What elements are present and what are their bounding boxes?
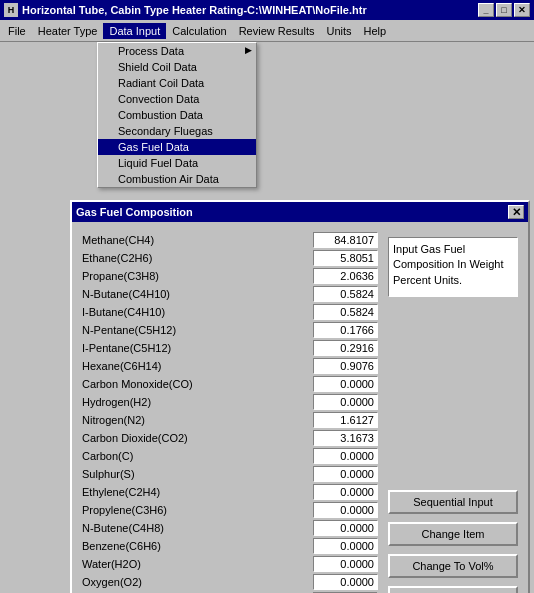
table-row: Carbon(C) 0.0000 <box>82 448 378 464</box>
field-label-sulphur: Sulphur(S) <box>82 468 313 480</box>
info-text: Input Gas Fuel Composition In Weight Per… <box>393 243 503 286</box>
field-value-propylene[interactable]: 0.0000 <box>313 502 378 518</box>
table-row: Propylene(C3H6) 0.0000 <box>82 502 378 518</box>
field-label-npentane: N-Pentane(C5H12) <box>82 324 313 336</box>
table-row: Oxygen(O2) 0.0000 <box>82 574 378 590</box>
okay-button[interactable]: Okay <box>388 586 518 593</box>
minimize-button[interactable]: _ <box>478 3 494 17</box>
field-label-co2: Carbon Dioxide(CO2) <box>82 432 313 444</box>
table-row: Nitrogen(N2) 1.6127 <box>82 412 378 428</box>
data-input-dropdown: Process Data Shield Coil Data Radiant Co… <box>97 42 257 188</box>
table-row: Hexane(C6H14) 0.9076 <box>82 358 378 374</box>
field-label-oxygen: Oxygen(O2) <box>82 576 313 588</box>
table-row: Carbon Monoxide(CO) 0.0000 <box>82 376 378 392</box>
field-value-ethylene[interactable]: 0.0000 <box>313 484 378 500</box>
field-label-ipentane: I-Pentane(C5H12) <box>82 342 313 354</box>
gas-fuel-composition-dialog: Gas Fuel Composition ✕ Methane(CH4) 84.8… <box>70 200 530 593</box>
field-label-carbon: Carbon(C) <box>82 450 313 462</box>
menu-units[interactable]: Units <box>320 23 357 39</box>
dialog-close-button[interactable]: ✕ <box>508 205 524 219</box>
field-value-npentane[interactable]: 0.1766 <box>313 322 378 338</box>
table-row: N-Butane(C4H10) 0.5824 <box>82 286 378 302</box>
field-label-hexane: Hexane(C6H14) <box>82 360 313 372</box>
dropdown-combustion-data[interactable]: Combustion Data <box>98 107 256 123</box>
table-row: Benzene(C6H6) 0.0000 <box>82 538 378 554</box>
menu-heater-type[interactable]: Heater Type <box>32 23 104 39</box>
menu-file[interactable]: File <box>2 23 32 39</box>
dropdown-secondary-fluegas[interactable]: Secondary Fluegas <box>98 123 256 139</box>
dropdown-liquid-fuel-data[interactable]: Liquid Fuel Data <box>98 155 256 171</box>
table-row: Methane(CH4) 84.8107 <box>82 232 378 248</box>
dropdown-convection-data[interactable]: Convection Data <box>98 91 256 107</box>
field-value-co2[interactable]: 3.1673 <box>313 430 378 446</box>
field-value-ibutane[interactable]: 0.5824 <box>313 304 378 320</box>
field-label-nbutane: N-Butane(C4H10) <box>82 288 313 300</box>
change-item-button[interactable]: Change Item <box>388 522 518 546</box>
field-label-co: Carbon Monoxide(CO) <box>82 378 313 390</box>
maximize-button[interactable]: □ <box>496 3 512 17</box>
table-row: N-Butene(C4H8) 0.0000 <box>82 520 378 536</box>
menu-bar: File Heater Type Data Input Calculation … <box>0 20 534 42</box>
menu-calculation[interactable]: Calculation <box>166 23 232 39</box>
info-box: Input Gas Fuel Composition In Weight Per… <box>388 237 518 297</box>
table-row: Propane(C3H8) 2.0636 <box>82 268 378 284</box>
window-title: Horizontal Tube, Cabin Type Heater Ratin… <box>22 4 367 16</box>
field-value-hexane[interactable]: 0.9076 <box>313 358 378 374</box>
field-label-ibutane: I-Butane(C4H10) <box>82 306 313 318</box>
field-value-benzene[interactable]: 0.0000 <box>313 538 378 554</box>
table-row: Ethylene(C2H4) 0.0000 <box>82 484 378 500</box>
data-fields-section: Methane(CH4) 84.8107 Ethane(C2H6) 5.8051… <box>82 232 378 593</box>
field-value-ipentane[interactable]: 0.2916 <box>313 340 378 356</box>
button-section: Input Gas Fuel Composition In Weight Per… <box>388 232 518 593</box>
dropdown-radiant-coil-data[interactable]: Radiant Coil Data <box>98 75 256 91</box>
table-row: I-Pentane(C5H12) 0.2916 <box>82 340 378 356</box>
menu-help[interactable]: Help <box>358 23 393 39</box>
menu-data-input[interactable]: Data Input <box>103 23 166 39</box>
dialog-title-text: Gas Fuel Composition <box>76 206 193 218</box>
field-value-n2[interactable]: 1.6127 <box>313 412 378 428</box>
sequential-input-button[interactable]: Sequential Input <box>388 490 518 514</box>
field-value-ethane[interactable]: 5.8051 <box>313 250 378 266</box>
field-label-methane: Methane(CH4) <box>82 234 313 246</box>
field-label-water: Water(H2O) <box>82 558 313 570</box>
table-row: I-Butane(C4H10) 0.5824 <box>82 304 378 320</box>
field-value-water[interactable]: 0.0000 <box>313 556 378 572</box>
dialog-title-bar: Gas Fuel Composition ✕ <box>72 202 528 222</box>
field-value-oxygen[interactable]: 0.0000 <box>313 574 378 590</box>
dropdown-gas-fuel-data[interactable]: Gas Fuel Data <box>98 139 256 155</box>
table-row: Ethane(C2H6) 5.8051 <box>82 250 378 266</box>
field-value-sulphur[interactable]: 0.0000 <box>313 466 378 482</box>
field-label-ethylene: Ethylene(C2H4) <box>82 486 313 498</box>
table-row: Sulphur(S) 0.0000 <box>82 466 378 482</box>
app-icon: H <box>4 3 18 17</box>
field-label-benzene: Benzene(C6H6) <box>82 540 313 552</box>
dropdown-shield-coil-data[interactable]: Shield Coil Data <box>98 59 256 75</box>
field-value-co[interactable]: 0.0000 <box>313 376 378 392</box>
field-label-h2: Hydrogen(H2) <box>82 396 313 408</box>
field-value-nbutane[interactable]: 0.5824 <box>313 286 378 302</box>
menu-review-results[interactable]: Review Results <box>233 23 321 39</box>
field-label-n2: Nitrogen(N2) <box>82 414 313 426</box>
table-row: Water(H2O) 0.0000 <box>82 556 378 572</box>
table-row: N-Pentane(C5H12) 0.1766 <box>82 322 378 338</box>
dropdown-process-data[interactable]: Process Data <box>98 43 256 59</box>
field-label-nbutene: N-Butene(C4H8) <box>82 522 313 534</box>
change-to-vol-button[interactable]: Change To Vol% <box>388 554 518 578</box>
field-label-propylene: Propylene(C3H6) <box>82 504 313 516</box>
close-button[interactable]: ✕ <box>514 3 530 17</box>
field-value-carbon[interactable]: 0.0000 <box>313 448 378 464</box>
field-value-propane[interactable]: 2.0636 <box>313 268 378 284</box>
field-value-methane[interactable]: 84.8107 <box>313 232 378 248</box>
field-label-propane: Propane(C3H8) <box>82 270 313 282</box>
table-row: Carbon Dioxide(CO2) 3.1673 <box>82 430 378 446</box>
title-bar: H Horizontal Tube, Cabin Type Heater Rat… <box>0 0 534 20</box>
field-label-ethane: Ethane(C2H6) <box>82 252 313 264</box>
field-value-nbutene[interactable]: 0.0000 <box>313 520 378 536</box>
field-value-h2[interactable]: 0.0000 <box>313 394 378 410</box>
dropdown-combustion-air-data[interactable]: Combustion Air Data <box>98 171 256 187</box>
table-row: Hydrogen(H2) 0.0000 <box>82 394 378 410</box>
